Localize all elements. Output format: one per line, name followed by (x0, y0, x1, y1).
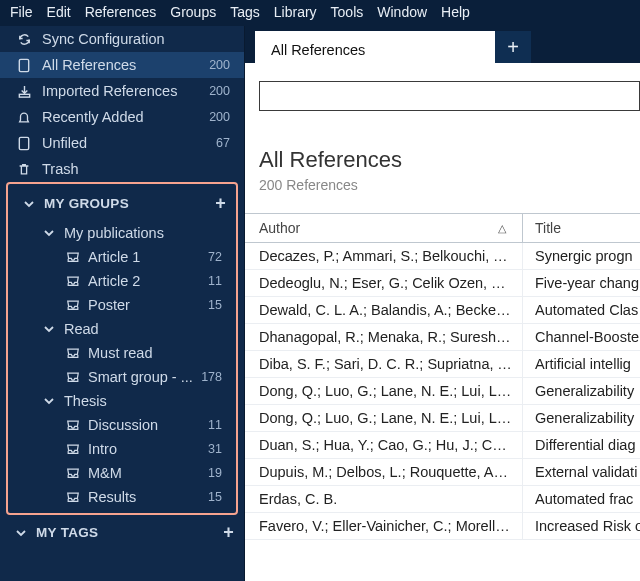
chevron-down-icon (14, 527, 28, 539)
tab-all-references[interactable]: All References (255, 31, 495, 63)
group-label: Read (64, 321, 226, 337)
sidebar-item-sync-configuration[interactable]: Sync Configuration (0, 26, 244, 52)
group-item-m-m[interactable]: M&M19 (8, 461, 236, 485)
tray-icon (66, 251, 80, 264)
sync-icon (16, 32, 32, 47)
tray-icon (66, 467, 80, 480)
sidebar-item-label: All References (42, 57, 199, 73)
sidebar-item-imported-references[interactable]: Imported References200 (0, 78, 244, 104)
cell-author: Decazes, P.; Ammari, S.; Belkouchi, Y.;.… (245, 243, 523, 269)
menu-window[interactable]: Window (377, 4, 427, 20)
group-count: 11 (208, 274, 226, 288)
group-count: 15 (208, 490, 226, 504)
cell-title: Generalizability (523, 405, 640, 431)
group-item-intro[interactable]: Intro31 (8, 437, 236, 461)
sidebar-item-label: Imported References (42, 83, 199, 99)
bell-icon (16, 110, 32, 125)
list-header: All References 200 References (245, 121, 640, 199)
table-row[interactable]: Dupuis, M.; Delbos, L.; Rouquette, A.; .… (245, 459, 640, 486)
table-row[interactable]: Dong, Q.; Luo, G.; Lane, N. E.; Lui, L. … (245, 378, 640, 405)
sidebar-item-label: Sync Configuration (42, 31, 234, 47)
section-my-groups[interactable]: MY GROUPS + (8, 186, 236, 221)
group-item-results[interactable]: Results15 (8, 485, 236, 509)
menu-help[interactable]: Help (441, 4, 470, 20)
table-row[interactable]: Dong, Q.; Luo, G.; Lane, N. E.; Lui, L. … (245, 405, 640, 432)
menu-groups[interactable]: Groups (170, 4, 216, 20)
group-folder-thesis[interactable]: Thesis (8, 389, 236, 413)
group-count: 15 (208, 298, 226, 312)
menu-references[interactable]: References (85, 4, 157, 20)
sidebar-item-all-references[interactable]: All References200 (0, 52, 244, 78)
cell-title: Automated frac (523, 486, 640, 512)
group-label: Smart group - ... (88, 369, 193, 385)
svg-rect-2 (19, 137, 28, 149)
sort-asc-icon: △ (498, 222, 512, 235)
tab-add-button[interactable]: + (495, 31, 531, 63)
sidebar-item-trash[interactable]: Trash (0, 156, 244, 182)
group-item-article-2[interactable]: Article 211 (8, 269, 236, 293)
group-count: 178 (201, 370, 226, 384)
table-row[interactable]: Diba, S. F.; Sari, D. C. R.; Supriatna, … (245, 351, 640, 378)
cell-title: Generalizability (523, 378, 640, 404)
my-groups-highlight: MY GROUPS + My publicationsArticle 172Ar… (6, 182, 238, 515)
add-tag-icon[interactable]: + (223, 522, 234, 543)
cell-title: Automated Clas (523, 297, 640, 323)
group-item-must-read[interactable]: Must read (8, 341, 236, 365)
import-icon (16, 84, 32, 99)
cell-author: Dupuis, M.; Delbos, L.; Rouquette, A.; .… (245, 459, 523, 485)
column-headers: Author △ Title (245, 213, 640, 243)
group-label: Article 2 (88, 273, 200, 289)
menu-tags[interactable]: Tags (230, 4, 260, 20)
my-tags-label: MY TAGS (36, 525, 215, 540)
menu-file[interactable]: File (10, 4, 33, 20)
cell-author: Duan, S.; Hua, Y.; Cao, G.; Hu, J.; Cui,… (245, 432, 523, 458)
chevron-down-icon (42, 227, 56, 239)
table-row[interactable]: Erdas, C. B.Automated frac (245, 486, 640, 513)
tab-label: All References (271, 42, 479, 58)
menu-library[interactable]: Library (274, 4, 317, 20)
group-label: Results (88, 489, 200, 505)
group-label: Article 1 (88, 249, 200, 265)
table-row[interactable]: Dewald, C. L. A.; Balandis, A.; Becker, … (245, 297, 640, 324)
group-count: 31 (208, 442, 226, 456)
add-group-icon[interactable]: + (215, 193, 226, 214)
sidebar-item-unfiled[interactable]: Unfiled67 (0, 130, 244, 156)
table-row[interactable]: Duan, S.; Hua, Y.; Cao, G.; Hu, J.; Cui,… (245, 432, 640, 459)
sidebar-item-count: 200 (209, 84, 234, 98)
group-label: Intro (88, 441, 200, 457)
group-folder-my-publications[interactable]: My publications (8, 221, 236, 245)
reference-table: Decazes, P.; Ammari, S.; Belkouchi, Y.;.… (245, 243, 640, 581)
group-label: Discussion (88, 417, 200, 433)
column-title-label: Title (535, 220, 561, 236)
search-wrap (245, 63, 640, 121)
group-item-article-1[interactable]: Article 172 (8, 245, 236, 269)
section-my-tags[interactable]: MY TAGS + (0, 515, 244, 550)
doc-icon (16, 136, 32, 151)
table-row[interactable]: Decazes, P.; Ammari, S.; Belkouchi, Y.;.… (245, 243, 640, 270)
group-label: Thesis (64, 393, 226, 409)
chevron-down-icon (42, 395, 56, 407)
sidebar-item-recently-added[interactable]: Recently Added200 (0, 104, 244, 130)
menu-edit[interactable]: Edit (47, 4, 71, 20)
column-author[interactable]: Author △ (245, 214, 523, 242)
group-label: Poster (88, 297, 200, 313)
table-row[interactable]: Dedeoglu, N.; Eser, G.; Celik Ozen, D.; … (245, 270, 640, 297)
cell-author: Dong, Q.; Luo, G.; Lane, N. E.; Lui, L. … (245, 405, 523, 431)
cell-title: Increased Risk o (523, 513, 640, 539)
group-folder-read[interactable]: Read (8, 317, 236, 341)
menu-tools[interactable]: Tools (331, 4, 364, 20)
cell-author: Erdas, C. B. (245, 486, 523, 512)
table-row[interactable]: Dhanagopal, R.; Menaka, R.; Suresh K...C… (245, 324, 640, 351)
search-input[interactable] (259, 81, 640, 111)
table-row[interactable]: Favero, V.; Eller-Vainicher, C.; Morelli… (245, 513, 640, 540)
menubar: FileEditReferencesGroupsTagsLibraryTools… (0, 0, 640, 26)
group-item-discussion[interactable]: Discussion11 (8, 413, 236, 437)
content-area: All References + All References 200 Refe… (245, 26, 640, 581)
cell-author: Dedeoglu, N.; Eser, G.; Celik Ozen, D.; … (245, 270, 523, 296)
sidebar-item-count: 67 (216, 136, 234, 150)
group-item-smart-group-[interactable]: Smart group - ...178 (8, 365, 236, 389)
group-label: M&M (88, 465, 200, 481)
group-count: 72 (208, 250, 226, 264)
group-item-poster[interactable]: Poster15 (8, 293, 236, 317)
column-title[interactable]: Title (523, 214, 640, 242)
